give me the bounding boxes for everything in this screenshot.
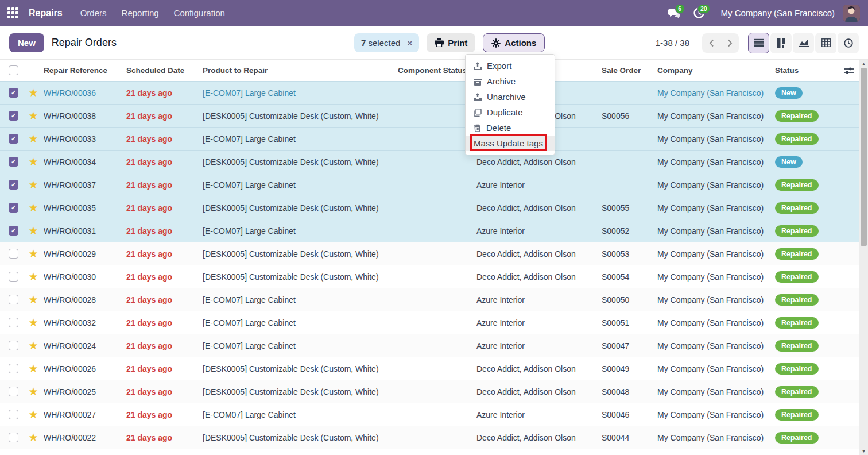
customer-cell[interactable]: Azure Interior bbox=[476, 341, 602, 350]
favorite-star-icon[interactable]: ★ bbox=[28, 87, 38, 99]
list-view-icon[interactable] bbox=[748, 33, 769, 53]
repair-reference-cell[interactable]: WH/RO/00032 bbox=[44, 318, 126, 327]
customer-cell[interactable]: Deco Addict, Addison Olson bbox=[476, 203, 602, 213]
favorite-star-icon[interactable]: ★ bbox=[28, 317, 38, 329]
pager-next-icon[interactable] bbox=[720, 33, 739, 53]
product-cell[interactable]: [E-COM07] Large Cabinet bbox=[203, 88, 398, 98]
scheduled-date-cell[interactable]: 21 days ago bbox=[126, 249, 203, 259]
favorite-star-icon[interactable]: ★ bbox=[28, 110, 38, 122]
company-cell[interactable]: My Company (San Francisco) bbox=[657, 203, 775, 213]
repair-reference-cell[interactable]: WH/RO/00028 bbox=[44, 295, 126, 304]
favorite-star-icon[interactable]: ★ bbox=[28, 225, 38, 237]
repair-reference-cell[interactable]: WH/RO/00033 bbox=[44, 134, 126, 144]
table-row[interactable]: ★ WH/RO/00022 21 days ago [DESK0005] Cus… bbox=[0, 426, 859, 449]
scheduled-date-cell[interactable]: 21 days ago bbox=[126, 318, 203, 327]
product-cell[interactable]: [E-COM07] Large Cabinet bbox=[203, 295, 398, 304]
company-cell[interactable]: My Company (San Francisco) bbox=[657, 157, 775, 167]
repair-reference-cell[interactable]: WH/RO/00031 bbox=[44, 226, 126, 236]
menu-item-archive[interactable]: Archive bbox=[466, 74, 555, 89]
row-checkbox[interactable] bbox=[9, 387, 18, 396]
sale-order-cell[interactable]: S00052 bbox=[602, 226, 657, 236]
repair-reference-cell[interactable]: WH/RO/00027 bbox=[44, 410, 126, 419]
product-cell[interactable]: [DESK0005] Customizable Desk (Custom, Wh… bbox=[203, 111, 398, 121]
product-cell[interactable]: [E-COM07] Large Cabinet bbox=[203, 318, 398, 327]
header-sale-order[interactable]: Sale Order bbox=[602, 66, 657, 75]
header-status[interactable]: Status bbox=[775, 66, 844, 75]
repair-reference-cell[interactable]: WH/RO/00025 bbox=[44, 387, 126, 396]
sale-order-cell[interactable]: S00051 bbox=[602, 318, 657, 327]
sale-order-cell[interactable]: S00050 bbox=[602, 295, 657, 304]
scheduled-date-cell[interactable]: 21 days ago bbox=[126, 134, 203, 144]
scheduled-date-cell[interactable]: 21 days ago bbox=[126, 410, 203, 419]
new-button[interactable]: New bbox=[9, 33, 44, 52]
sale-order-cell[interactable]: S00044 bbox=[602, 433, 657, 442]
repair-reference-cell[interactable]: WH/RO/00038 bbox=[44, 111, 126, 121]
favorite-star-icon[interactable]: ★ bbox=[28, 340, 38, 352]
product-cell[interactable]: [E-COM07] Large Cabinet bbox=[203, 410, 398, 419]
row-checkbox[interactable] bbox=[9, 249, 18, 259]
favorite-star-icon[interactable]: ★ bbox=[28, 202, 38, 214]
company-cell[interactable]: My Company (San Francisco) bbox=[657, 226, 775, 236]
customer-cell[interactable]: Azure Interior bbox=[476, 226, 602, 236]
favorite-star-icon[interactable]: ★ bbox=[28, 271, 38, 283]
company-cell[interactable]: My Company (San Francisco) bbox=[657, 88, 775, 98]
scheduled-date-cell[interactable]: 21 days ago bbox=[126, 387, 203, 396]
table-row[interactable]: ★ WH/RO/00030 21 days ago [DESK0005] Cus… bbox=[0, 265, 859, 288]
scheduled-date-cell[interactable]: 21 days ago bbox=[126, 295, 203, 304]
header-company[interactable]: Company bbox=[657, 66, 775, 75]
graph-view-icon[interactable] bbox=[793, 33, 814, 53]
product-cell[interactable]: [DESK0005] Customizable Desk (Custom, Wh… bbox=[203, 203, 398, 213]
customer-cell[interactable]: Azure Interior bbox=[476, 180, 602, 190]
menu-item-mass-update-tags[interactable]: Mass Update tags bbox=[466, 136, 555, 151]
company-cell[interactable]: My Company (San Francisco) bbox=[657, 318, 775, 327]
customer-cell[interactable]: Deco Addict, Addison Olson bbox=[476, 272, 602, 282]
scheduled-date-cell[interactable]: 21 days ago bbox=[126, 226, 203, 236]
product-cell[interactable]: [DESK0005] Customizable Desk (Custom, Wh… bbox=[203, 387, 398, 396]
scrollbar-thumb[interactable] bbox=[861, 68, 867, 246]
product-cell[interactable]: [E-COM07] Large Cabinet bbox=[203, 226, 398, 236]
menu-orders[interactable]: Orders bbox=[73, 8, 114, 18]
sale-order-cell[interactable]: S00048 bbox=[602, 387, 657, 396]
vertical-scrollbar[interactable]: ▲ ▼ bbox=[859, 60, 868, 455]
company-cell[interactable]: My Company (San Francisco) bbox=[657, 410, 775, 419]
repair-reference-cell[interactable]: WH/RO/00024 bbox=[44, 341, 126, 350]
favorite-star-icon[interactable]: ★ bbox=[28, 179, 38, 191]
row-checkbox[interactable] bbox=[9, 410, 18, 419]
activity-view-icon[interactable] bbox=[838, 33, 859, 53]
table-row[interactable]: ✓ ★ WH/RO/00034 21 days ago [DESK0005] C… bbox=[0, 150, 859, 173]
sale-order-cell[interactable]: S00053 bbox=[602, 249, 657, 259]
table-row[interactable]: ✓ ★ WH/RO/00031 21 days ago [E-COM07] La… bbox=[0, 219, 859, 242]
header-product[interactable]: Product to Repair bbox=[203, 66, 398, 75]
row-checkbox[interactable]: ✓ bbox=[9, 111, 18, 121]
scroll-down-icon[interactable]: ▼ bbox=[859, 447, 868, 455]
sale-order-cell[interactable]: S00054 bbox=[602, 272, 657, 282]
favorite-star-icon[interactable]: ★ bbox=[28, 363, 38, 375]
company-cell[interactable]: My Company (San Francisco) bbox=[657, 272, 775, 282]
row-checkbox[interactable] bbox=[9, 364, 18, 373]
favorite-star-icon[interactable]: ★ bbox=[28, 294, 38, 306]
table-row[interactable]: ★ WH/RO/00026 21 days ago [DESK0005] Cus… bbox=[0, 357, 859, 380]
repair-reference-cell[interactable]: WH/RO/00026 bbox=[44, 364, 126, 373]
customer-cell[interactable]: Deco Addict, Addison Olson bbox=[476, 387, 602, 396]
table-row[interactable]: ★ WH/RO/00024 21 days ago [E-COM07] Larg… bbox=[0, 334, 859, 357]
scheduled-date-cell[interactable]: 21 days ago bbox=[126, 433, 203, 442]
sale-order-cell[interactable]: S00047 bbox=[602, 341, 657, 350]
company-cell[interactable]: My Company (San Francisco) bbox=[657, 111, 775, 121]
product-cell[interactable]: [DESK0005] Customizable Desk (Custom, Wh… bbox=[203, 272, 398, 282]
clear-selection-icon[interactable]: × bbox=[407, 38, 412, 48]
actions-button[interactable]: Actions bbox=[483, 33, 545, 52]
product-cell[interactable]: [E-COM07] Large Cabinet bbox=[203, 180, 398, 190]
menu-reporting[interactable]: Reporting bbox=[114, 8, 166, 18]
row-checkbox[interactable] bbox=[9, 318, 18, 327]
favorite-star-icon[interactable]: ★ bbox=[28, 431, 38, 444]
messages-button[interactable]: 6 bbox=[662, 3, 685, 24]
product-cell[interactable]: [E-COM07] Large Cabinet bbox=[203, 341, 398, 350]
company-cell[interactable]: My Company (San Francisco) bbox=[657, 295, 775, 304]
repair-reference-cell[interactable]: WH/RO/00037 bbox=[44, 180, 126, 190]
table-row[interactable]: ★ WH/RO/00027 21 days ago [E-COM07] Larg… bbox=[0, 403, 859, 426]
print-button[interactable]: Print bbox=[427, 33, 475, 52]
company-cell[interactable]: My Company (San Francisco) bbox=[657, 387, 775, 396]
row-checkbox[interactable]: ✓ bbox=[9, 226, 18, 236]
favorite-star-icon[interactable]: ★ bbox=[28, 156, 38, 168]
sale-order-cell[interactable]: S00056 bbox=[602, 111, 657, 121]
